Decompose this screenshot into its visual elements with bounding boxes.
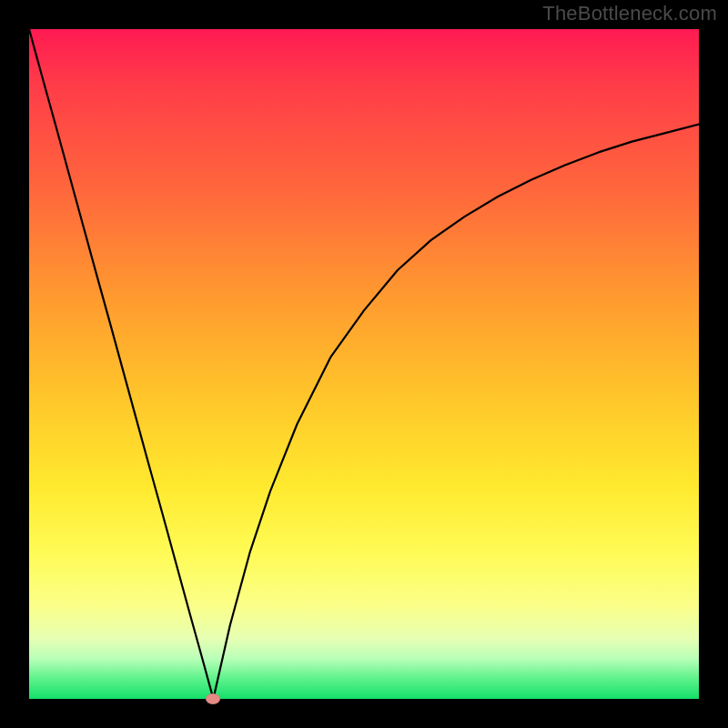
bottleneck-curve xyxy=(29,29,699,699)
chart-root: TheBottleneck.com xyxy=(0,0,728,728)
plot-area xyxy=(29,29,699,699)
curve-svg xyxy=(29,29,699,699)
watermark-text: TheBottleneck.com xyxy=(542,2,717,25)
vertex-marker xyxy=(206,693,220,704)
